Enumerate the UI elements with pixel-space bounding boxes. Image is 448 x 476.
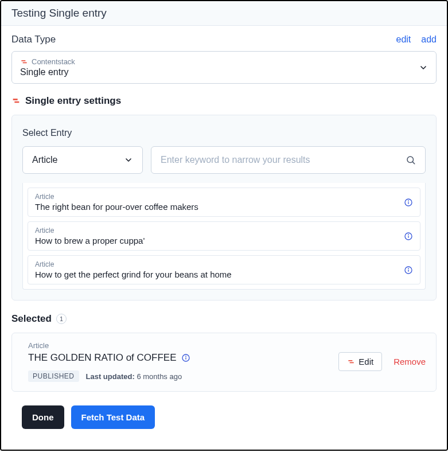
modal-header: Testing Single entry	[1, 1, 447, 26]
search-input[interactable]	[161, 147, 406, 173]
selected-heading-row: Selected 1	[11, 313, 437, 325]
result-item[interactable]: Article The right bean for pour-over cof…	[28, 188, 420, 217]
svg-point-4	[408, 201, 409, 201]
fetch-test-data-button[interactable]: Fetch Test Data	[71, 405, 155, 429]
result-text: Article How to get the perfect grind for…	[35, 260, 232, 279]
result-type: Article	[35, 193, 198, 201]
data-type-value: Single entry	[20, 67, 75, 77]
chevron-down-icon	[419, 63, 428, 72]
modal-body: Data Type edit add Contentstack Single e…	[1, 26, 447, 450]
select-entry-label: Select Entry	[22, 128, 426, 138]
svg-line-1	[412, 162, 414, 163]
search-icon	[406, 155, 416, 165]
settings-panel: Select Entry Article	[11, 115, 437, 301]
modal-title: Testing Single entry	[11, 7, 107, 19]
selected-actions: Edit Remove	[338, 352, 426, 371]
add-link[interactable]: add	[421, 34, 437, 45]
result-item[interactable]: Article How to brew a proper cuppa'	[28, 221, 420, 251]
remove-button[interactable]: Remove	[394, 357, 426, 366]
selected-title: THE GOLDEN RATIO of COFFEE	[28, 352, 177, 364]
content-type-value: Article	[32, 155, 57, 165]
provider-name: Contentstack	[32, 57, 75, 66]
result-item[interactable]: Article How to get the perfect grind for…	[28, 255, 420, 284]
modal-footer: Done Fetch Test Data	[11, 392, 437, 439]
modal: Testing Single entry Data Type edit add …	[0, 0, 448, 451]
settings-heading-row: Single entry settings	[11, 95, 437, 107]
info-icon[interactable]	[181, 353, 190, 362]
selected-type: Article	[28, 341, 190, 350]
selected-card: Article THE GOLDEN RATIO of COFFEE PUBLI…	[11, 333, 437, 392]
data-type-provider: Contentstack	[20, 57, 75, 66]
selected-info: Article THE GOLDEN RATIO of COFFEE PUBLI…	[28, 341, 190, 382]
info-icon[interactable]	[404, 232, 413, 241]
data-type-text: Contentstack Single entry	[20, 57, 75, 77]
edit-button[interactable]: Edit	[338, 352, 382, 371]
result-title: How to get the perfect grind for your be…	[35, 270, 232, 279]
svg-point-10	[408, 268, 409, 269]
updated-value: 6 months ago	[137, 372, 182, 381]
settings-heading: Single entry settings	[25, 95, 121, 107]
done-button[interactable]: Done	[22, 405, 64, 429]
entry-controls: Article	[22, 146, 426, 174]
result-title: The right bean for pour-over coffee make…	[35, 202, 198, 212]
chevron-down-icon	[124, 155, 133, 165]
results-list: Article The right bean for pour-over cof…	[22, 183, 426, 290]
svg-point-13	[185, 356, 186, 357]
selected-heading: Selected	[11, 313, 52, 325]
edit-button-label: Edit	[359, 357, 373, 366]
contentstack-icon	[347, 358, 355, 366]
updated-meta: Last updated: 6 months ago	[86, 372, 182, 381]
status-badge: PUBLISHED	[28, 370, 79, 382]
selected-count-badge: 1	[56, 314, 67, 324]
content-type-select[interactable]: Article	[22, 146, 143, 174]
svg-point-7	[408, 235, 409, 235]
updated-label: Last updated:	[86, 372, 135, 381]
contentstack-icon	[11, 96, 21, 106]
data-type-row: Data Type edit add	[11, 34, 437, 45]
info-icon[interactable]	[404, 198, 413, 207]
data-type-select[interactable]: Contentstack Single entry	[11, 51, 437, 84]
selected-title-row: THE GOLDEN RATIO of COFFEE	[28, 352, 190, 364]
data-type-actions: edit add	[396, 34, 437, 45]
data-type-label: Data Type	[11, 34, 56, 45]
contentstack-icon	[20, 58, 28, 66]
search-field[interactable]	[151, 146, 426, 174]
result-title: How to brew a proper cuppa'	[35, 236, 145, 245]
result-text: Article How to brew a proper cuppa'	[35, 227, 145, 245]
result-text: Article The right bean for pour-over cof…	[35, 193, 198, 212]
info-icon[interactable]	[404, 266, 413, 275]
selected-meta: PUBLISHED Last updated: 6 months ago	[28, 370, 190, 382]
result-type: Article	[35, 227, 145, 235]
edit-link[interactable]: edit	[396, 34, 411, 45]
result-type: Article	[35, 260, 232, 268]
